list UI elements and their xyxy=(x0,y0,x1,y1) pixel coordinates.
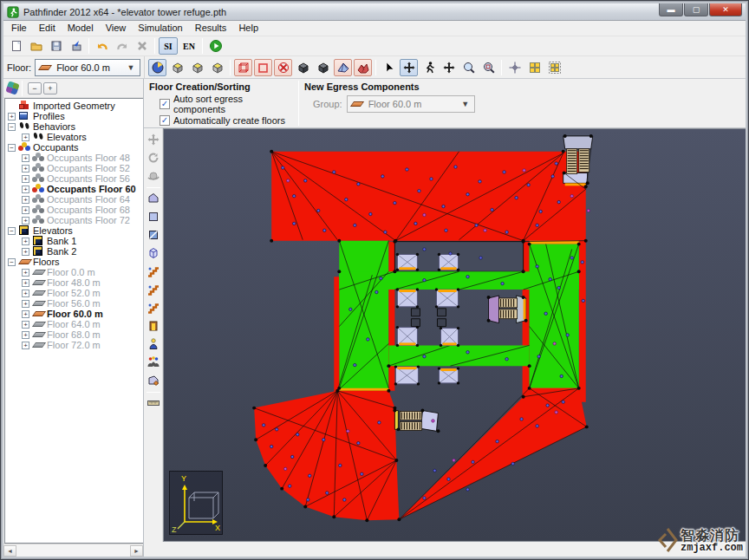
tree-item-occupants-floor-56[interactable]: +Occupants Floor 56 xyxy=(5,173,143,184)
scroll-right-arrow[interactable]: ► xyxy=(130,545,143,557)
menu-edit[interactable]: Edit xyxy=(33,22,62,35)
tree-toggle[interactable]: + xyxy=(22,206,29,214)
menu-file[interactable]: File xyxy=(5,22,33,35)
redo-button[interactable] xyxy=(113,37,131,55)
show-solid-button[interactable] xyxy=(294,59,312,76)
tree-item-floors[interactable]: −Floors xyxy=(5,257,143,267)
measure-tool-button[interactable] xyxy=(145,394,162,412)
tree-item-imported-geometry[interactable]: Imported Geometry xyxy=(5,101,143,111)
tree-item-occupants-floor-72[interactable]: +Occupants Floor 72 xyxy=(5,215,143,225)
tree-toggle[interactable]: + xyxy=(22,175,29,183)
tree-item-floor-56-0-m[interactable]: +Floor 56.0 m xyxy=(5,298,143,309)
scrollbar-track[interactable] xyxy=(16,545,130,557)
rotate-mode-button[interactable] xyxy=(145,149,162,166)
occupant-group-tool-button[interactable] xyxy=(145,354,162,371)
rectangle-room-tool-button[interactable] xyxy=(145,208,162,225)
save-file-button[interactable] xyxy=(47,37,65,55)
tree-item-occupants[interactable]: −Occupants xyxy=(5,142,143,153)
tree-item-occupants-floor-60[interactable]: +Occupants Floor 60 xyxy=(5,184,143,194)
tree-toggle[interactable]: + xyxy=(22,165,29,173)
view-preset-top-button[interactable] xyxy=(168,59,186,76)
model-canvas[interactable] xyxy=(164,129,746,541)
tree-toggle[interactable]: + xyxy=(22,154,29,162)
move-objects-tool-button[interactable] xyxy=(400,59,418,76)
zoom-tool-button[interactable] xyxy=(459,59,478,76)
show-navmesh-button[interactable] xyxy=(334,59,352,76)
show-wireframe-button[interactable] xyxy=(234,59,252,76)
tree-toggle[interactable]: + xyxy=(22,279,29,287)
tree-item-floor-52-0-m[interactable]: +Floor 52.0 m xyxy=(5,288,143,298)
tree-toggle[interactable]: − xyxy=(8,227,16,235)
auto-sort-checkbox[interactable]: ✓ xyxy=(160,99,170,109)
tree-filter-icon[interactable] xyxy=(5,81,19,94)
tree-toggle[interactable]: − xyxy=(8,258,16,266)
occupant-tool-button[interactable] xyxy=(145,335,162,353)
tree-toggle[interactable]: + xyxy=(22,238,29,245)
tree-toggle[interactable]: + xyxy=(22,310,29,318)
tree-toggle[interactable]: + xyxy=(22,321,29,329)
pan-view-tool-button[interactable] xyxy=(440,59,458,76)
auto-create-floors-checkbox[interactable]: ✓ xyxy=(160,115,170,126)
tree-item-floor-68-0-m[interactable]: +Floor 68.0 m xyxy=(5,329,143,340)
tree-item-floor-60-0-m[interactable]: +Floor 60.0 m xyxy=(5,309,143,319)
tree-toggle[interactable]: + xyxy=(22,186,29,193)
auto-sort-checkbox-row[interactable]: ✓ Auto sort egress components xyxy=(160,94,291,114)
menu-view[interactable]: View xyxy=(100,22,133,35)
tree-horizontal-scrollbar[interactable]: ◄ ► xyxy=(3,544,143,557)
tree-item-profiles[interactable]: +Profiles xyxy=(5,111,143,121)
tree-item-bank-2[interactable]: +Bank 2 xyxy=(5,246,143,257)
tree-item-occupants-floor-68[interactable]: +Occupants Floor 68 xyxy=(5,205,143,215)
door-tool-button[interactable] xyxy=(145,317,162,335)
egress-group-select[interactable]: Floor 60.0 m ▼ xyxy=(347,95,475,113)
open-file-button[interactable] xyxy=(27,37,45,55)
show-outline-button[interactable] xyxy=(254,59,272,76)
tree-toggle[interactable]: + xyxy=(22,133,29,141)
undo-button[interactable] xyxy=(93,37,111,55)
stairs-tool-3-button[interactable] xyxy=(145,299,162,316)
delete-button[interactable] xyxy=(133,37,151,55)
polygon-room-tool-button[interactable] xyxy=(145,190,162,207)
zoom-box-tool-button[interactable] xyxy=(479,59,498,76)
menu-model[interactable]: Model xyxy=(62,22,100,35)
scroll-left-arrow[interactable]: ◄ xyxy=(3,545,16,557)
tree-toggle[interactable]: + xyxy=(8,113,16,120)
view-preset-side-button[interactable] xyxy=(208,59,226,76)
expand-all-button[interactable]: + xyxy=(43,82,57,94)
en-units-button[interactable]: EN xyxy=(179,37,199,55)
opening-tool-button[interactable] xyxy=(145,226,162,244)
refuge-area-tool-button[interactable] xyxy=(145,372,162,389)
tree-toggle[interactable]: + xyxy=(22,331,29,339)
view-preset-front-button[interactable] xyxy=(188,59,206,76)
model-view[interactable]: Y X Z xyxy=(163,128,746,542)
tree-item-floor-64-0-m[interactable]: +Floor 64.0 m xyxy=(5,319,143,329)
tree-toggle[interactable]: + xyxy=(22,290,29,297)
floor-select[interactable]: Floor 60.0 m ▼ xyxy=(35,59,140,76)
grid-box-tool-button[interactable] xyxy=(545,59,563,76)
new-file-button[interactable] xyxy=(7,37,25,55)
si-units-button[interactable]: SI xyxy=(159,37,178,55)
stairs-tool-1-button[interactable] xyxy=(145,263,162,280)
close-button[interactable]: ✕ xyxy=(709,3,742,16)
collapse-all-button[interactable]: − xyxy=(28,82,42,94)
hide-geometry-button[interactable] xyxy=(274,59,292,76)
snap-grid-tool-button[interactable] xyxy=(505,59,524,76)
tree-toggle[interactable]: + xyxy=(22,196,29,204)
tree-item-bank-1[interactable]: +Bank 1 xyxy=(5,236,143,246)
auto-create-floors-checkbox-row[interactable]: ✓ Automatically create floors xyxy=(160,115,291,126)
tree-toggle[interactable]: + xyxy=(22,269,29,277)
run-simulation-button[interactable] xyxy=(206,37,225,55)
menu-results[interactable]: Results xyxy=(189,22,233,35)
move-mode-button[interactable] xyxy=(145,131,162,148)
tree-item-floor-48-0-m[interactable]: +Floor 48.0 m xyxy=(5,277,143,288)
add-occupant-tool-button[interactable] xyxy=(420,59,438,76)
tree-item-occupants-floor-64[interactable]: +Occupants Floor 64 xyxy=(5,194,143,205)
tree-toggle[interactable]: + xyxy=(22,342,29,349)
tree-item-occupants-floor-48[interactable]: +Occupants Floor 48 xyxy=(5,153,143,163)
menu-help[interactable]: Help xyxy=(232,22,264,35)
minimize-button[interactable]: ▬ xyxy=(659,3,683,16)
title-bar[interactable]: Pathfinder 2012 x64 - *elevator tower re… xyxy=(3,3,746,21)
tree-toggle[interactable]: + xyxy=(22,248,29,256)
tree-item-elevators[interactable]: +Elevators xyxy=(5,132,143,142)
tree-item-behaviors[interactable]: −Behaviors xyxy=(5,121,143,132)
tree-toggle[interactable]: + xyxy=(22,300,29,308)
